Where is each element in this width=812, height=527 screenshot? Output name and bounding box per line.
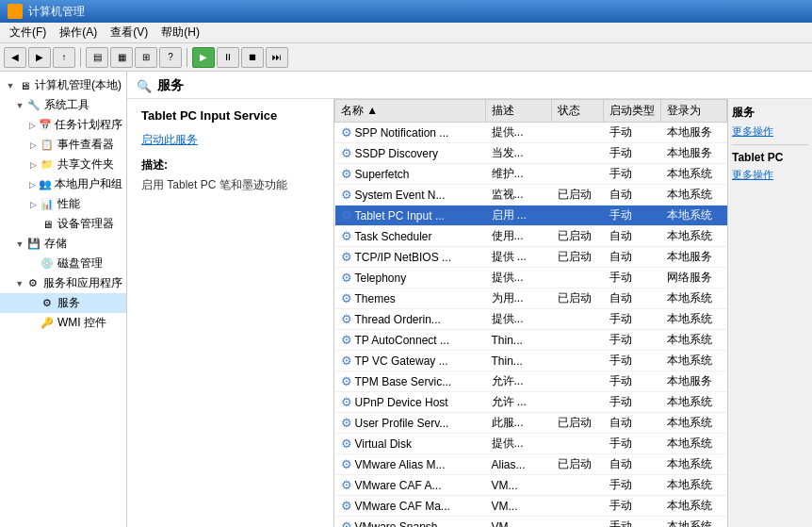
service-row-desc: 维护... [486,164,552,185]
service-row-login: 本地服务 [661,371,727,392]
app-icon [8,4,23,19]
table-row[interactable]: ⚙ Telephony 提供...手动网络服务 [335,268,727,288]
root-expand[interactable]: ▼ [4,79,17,92]
svc-icon: ⚙ [40,296,55,311]
system-tools-expand[interactable]: ▼ [13,99,26,112]
col-desc[interactable]: 描述 [486,100,552,123]
service-row-icon: ⚙ [341,457,352,471]
toolbar-help-btn[interactable]: ? [159,47,182,68]
sidebar-item-device-manager[interactable]: 🖥 设备管理器 [0,214,126,234]
toolbar-run-btn[interactable]: ▶ [192,47,215,68]
service-row-status [552,268,604,288]
toolbar-show-btn[interactable]: ▤ [86,47,108,68]
sidebar-root[interactable]: ▼ 🖥 计算机管理(本地) [0,75,126,95]
toolbar-forward-btn[interactable]: ▶ [28,47,51,68]
table-row[interactable]: ⚙ TPM Base Servic... 允许...手动本地服务 [335,371,727,392]
menu-help[interactable]: 帮助(H) [155,23,205,42]
service-row-name: VMware CAF A... [355,479,442,492]
col-status[interactable]: 状态 [552,100,604,123]
table-row[interactable]: ⚙ System Event N... 监视...已启动自动本地系统 [335,185,727,206]
menu-file[interactable]: 文件(F) [4,23,52,42]
task-expand[interactable]: ▷ [26,119,39,132]
menu-view[interactable]: 查看(V) [105,23,154,42]
toolbar-pause-btn[interactable]: ⏸ [217,47,239,68]
table-row[interactable]: ⚙ TP AutoConnect ... Thin...手动本地系统 [335,330,727,351]
menu-action[interactable]: 操作(A) [54,23,103,42]
sidebar-item-event-viewer[interactable]: ▷ 📋 事件查看器 [0,135,126,155]
device-expand[interactable] [26,218,40,231]
service-row-startup: 手动 [604,475,661,496]
action-more-services[interactable]: 更多操作 [732,124,808,139]
service-row-name: VMware Snapsh... [355,520,447,528]
table-row[interactable]: ⚙ TP VC Gateway ... Thin...手动本地系统 [335,351,727,371]
sidebar-item-wmi[interactable]: 🔑 WMI 控件 [0,313,126,333]
service-row-desc: 提供 ... [486,247,552,268]
toolbar-back-btn[interactable]: ◀ [4,47,26,68]
action-more-tablet[interactable]: 更多操作 [732,168,808,182]
sidebar-root-label: 计算机管理(本地) [35,77,122,93]
toolbar-up-btn[interactable]: ↑ [53,47,75,68]
table-row[interactable]: ⚙ VMware Snapsh... VM...手动本地系统 [335,517,727,528]
users-expand[interactable]: ▷ [26,178,39,191]
sidebar-item-local-users[interactable]: ▷ 👥 本地用户和组 [0,174,126,194]
main-layout: ▼ 🖥 计算机管理(本地) ▼ 🔧 系统工具 ▷ 📅 任务计划程序 ▷ 📋 事件… [0,72,812,527]
wmi-expand[interactable] [26,317,40,330]
event-expand[interactable]: ▷ [26,139,40,152]
start-service-link[interactable]: 启动此服务 [141,132,319,148]
action-section-tablet: Tablet PC [732,151,808,164]
col-login[interactable]: 登录为 [661,100,727,123]
sidebar-item-performance[interactable]: ▷ 📊 性能 [0,194,126,214]
service-row-desc: 此服... [486,413,552,434]
svc-expand[interactable] [26,297,40,310]
table-row[interactable]: ⚙ VMware Alias M... Alias...已启动自动本地系统 [335,454,727,475]
service-row-name: System Event N... [355,189,446,202]
service-row-status: 已启动 [552,247,604,268]
table-row[interactable]: ⚙ TCP/IP NetBIOS ... 提供 ...已启动自动本地服务 [335,247,727,268]
toolbar-stop-btn[interactable]: ⏹ [241,47,264,68]
table-row[interactable]: ⚙ Tablet PC Input ... 启用 ...手动本地系统 [335,206,727,226]
service-row-startup: 自动 [604,247,661,268]
col-startup[interactable]: 启动类型 [604,100,661,123]
table-row[interactable]: ⚙ Task Scheduler 使用...已启动自动本地系统 [335,226,727,247]
device-icon: 🖥 [40,217,55,232]
toolbar-sep2 [187,48,187,67]
toolbar-filter-btn[interactable]: ▦ [110,47,133,68]
sidebar-item-services-apps[interactable]: ▼ ⚙ 服务和应用程序 [0,273,126,293]
service-row-startup: 手动 [604,309,661,330]
service-row-name: Task Scheduler [355,230,432,243]
col-name[interactable]: 名称 ▲ [335,100,486,123]
task-icon: 📅 [39,118,52,133]
sidebar-item-disk-management[interactable]: 💿 磁盘管理 [0,254,126,273]
table-row[interactable]: ⚙ VMware CAF A... VM...手动本地系统 [335,475,727,496]
service-row-startup: 手动 [604,434,661,454]
service-row-name: UPnP Device Host [355,396,448,409]
table-row[interactable]: ⚙ Thread Orderin... 提供...手动本地系统 [335,309,727,330]
table-row[interactable]: ⚙ UPnP Device Host 允许 ...手动本地系统 [335,392,727,413]
shared-expand[interactable]: ▷ [26,158,40,172]
table-row[interactable]: ⚙ SSDP Discovery 当发...手动本地服务 [335,143,727,164]
sidebar-item-storage[interactable]: ▼ 💾 存储 [0,234,126,254]
table-row[interactable]: ⚙ VMware CAF Ma... VM...手动本地系统 [335,496,727,517]
service-row-name: SPP Notification ... [355,126,449,140]
sidebar-item-services[interactable]: ⚙ 服务 [0,293,126,313]
table-row[interactable]: ⚙ Superfetch 维护...手动本地系统 [335,164,727,185]
toolbar-properties-btn[interactable]: ⊞ [135,47,157,68]
table-row[interactable]: ⚙ SPP Notification ... 提供...手动本地服务 [335,123,727,143]
sidebar-item-system-tools[interactable]: ▼ 🔧 系统工具 [0,95,126,115]
toolbar-restart-btn[interactable]: ⏭ [266,47,288,68]
sidebar-item-shared-folders[interactable]: ▷ 📁 共享文件夹 [0,155,126,174]
service-row-login: 本地系统 [661,330,727,351]
service-row-startup: 自动 [604,288,661,309]
perf-expand[interactable]: ▷ [26,198,40,211]
table-row[interactable]: ⚙ User Profile Serv... 此服...已启动自动本地系统 [335,413,727,434]
svc-apps-expand[interactable]: ▼ [13,277,26,290]
storage-expand[interactable]: ▼ [13,238,26,251]
service-row-login: 本地系统 [661,185,727,206]
sidebar-storage-label: 存储 [44,236,67,252]
disk-expand[interactable] [26,257,40,271]
service-row-name: TPM Base Servic... [355,375,452,388]
service-row-status [552,475,604,496]
table-row[interactable]: ⚙ Virtual Disk 提供...手动本地系统 [335,434,727,454]
sidebar-item-task-scheduler[interactable]: ▷ 📅 任务计划程序 [0,115,126,135]
table-row[interactable]: ⚙ Themes 为用...已启动自动本地系统 [335,288,727,309]
